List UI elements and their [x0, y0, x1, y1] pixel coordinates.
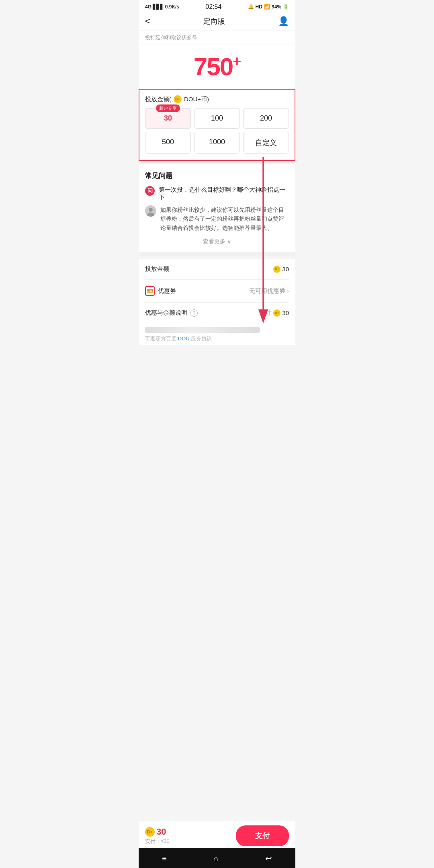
- amount-option-500[interactable]: 500: [145, 132, 191, 154]
- big-number-section: 750+: [139, 45, 295, 89]
- blurred-bottom-text: 可返还方百度 DOU 服务协议: [139, 323, 295, 345]
- page-title: 定向版: [203, 16, 225, 26]
- help-icon[interactable]: ?: [190, 309, 198, 317]
- section-divider-1: [139, 161, 295, 164]
- svg-point-1: [149, 208, 153, 212]
- summary-total-label: 优惠与余额说明 ?: [145, 309, 198, 317]
- back-button[interactable]: <: [145, 16, 150, 27]
- status-signal: 4G ▋▋▋ 0.9K/s: [145, 4, 179, 10]
- amount-label: 投放金额( D+ DOU+币): [145, 95, 289, 103]
- faq-answer-text: 如果你粉丝比较少，建议你可以先用粉丝量这个目标养粉，然后有了一定的粉丝再把粉丝量…: [160, 205, 289, 232]
- summary-coupon-value: 无可用优惠券 ›: [249, 287, 289, 295]
- amount-option-200[interactable]: 200: [243, 108, 289, 129]
- see-more-button[interactable]: 查看更多 ∨: [145, 232, 289, 248]
- faq-question: 第一次投，选什么目标好啊？哪个大神给指点一下: [159, 186, 289, 201]
- battery-label: 94%: [272, 4, 281, 10]
- amount-val-100: 100: [211, 114, 223, 122]
- amount-val-200: 200: [260, 114, 272, 122]
- new-badge: 新户专享: [156, 104, 180, 112]
- wifi-icon: 📶: [264, 4, 270, 10]
- coin-icon-sm-2: D+: [273, 309, 280, 317]
- amount-val-30: 30: [164, 114, 172, 122]
- faq-answer-row: 如果你粉丝比较少，建议你可以先用粉丝量这个目标养粉，然后有了一定的粉丝再把粉丝量…: [145, 205, 289, 232]
- chevron-right-icon: ›: [287, 288, 289, 294]
- coupon-icon: 🎫: [145, 286, 155, 296]
- summary-total-value: 合计 D+ 30: [260, 309, 289, 317]
- faq-title: 常见问题: [145, 171, 289, 180]
- status-time: 02:54: [205, 3, 221, 10]
- chevron-down-icon: ∨: [227, 238, 231, 245]
- faq-q-badge: 问: [145, 186, 155, 196]
- summary-total-row: 优惠与余额说明 ? 合计 D+ 30: [145, 303, 289, 323]
- coin-label-text: DOU+币): [184, 96, 209, 103]
- faq-avatar: [145, 205, 156, 217]
- summary-amount-value: D+ 30: [273, 266, 289, 273]
- big-number: 750+: [194, 53, 240, 80]
- notification-icon: 🔔: [248, 4, 254, 10]
- faq-item: 问 第一次投，选什么目标好啊？哪个大神给指点一下: [145, 186, 289, 201]
- hd-label: HD: [256, 4, 262, 10]
- summary-section: 投放金额 D+ 30 🎫 优惠券 无可用优惠券 › 优惠与余额说明 ? 合计 D…: [139, 259, 295, 323]
- amount-label-text: 投放金额(: [145, 96, 171, 103]
- amount-val-1000: 1000: [209, 138, 225, 146]
- amount-option-30[interactable]: 新户专享 30: [145, 108, 191, 129]
- user-icon[interactable]: 👤: [278, 16, 289, 27]
- dou-coin-icon: D+: [174, 95, 182, 103]
- amount-val-500: 500: [162, 138, 174, 146]
- subtitle-text: 投打延伸和取议庆多号: [145, 35, 197, 41]
- coin-icon-sm-1: D+: [273, 266, 280, 273]
- amount-val-custom: 自定义: [255, 139, 277, 147]
- summary-amount-label: 投放金额: [145, 265, 169, 273]
- summary-coupon-label: 🎫 优惠券: [145, 286, 176, 296]
- section-divider-2: [139, 252, 295, 256]
- amount-section: 投放金额( D+ DOU+币) 新户专享 30 100 200 500 1000…: [139, 89, 295, 161]
- summary-coupon-row[interactable]: 🎫 优惠券 无可用优惠券 ›: [145, 280, 289, 303]
- battery-icon: 🔋: [283, 4, 289, 10]
- top-nav: < 定向版 👤: [139, 12, 295, 31]
- big-number-suffix: +: [233, 53, 240, 70]
- status-right: 🔔 HD 📶 94% 🔋: [248, 4, 289, 10]
- amount-option-custom[interactable]: 自定义: [243, 132, 289, 154]
- amount-grid: 新户专享 30 100 200 500 1000 自定义: [145, 108, 289, 154]
- faq-section: 常见问题 问 第一次投，选什么目标好啊？哪个大神给指点一下 如果你粉丝比较少，建…: [139, 164, 295, 252]
- status-bar: 4G ▋▋▋ 0.9K/s 02:54 🔔 HD 📶 94% 🔋: [139, 0, 295, 12]
- amount-option-1000[interactable]: 1000: [194, 132, 240, 154]
- amount-option-100[interactable]: 100: [194, 108, 240, 129]
- summary-amount-row: 投放金额 D+ 30: [145, 259, 289, 280]
- subtitle-bar: 投打延伸和取议庆多号: [139, 31, 295, 45]
